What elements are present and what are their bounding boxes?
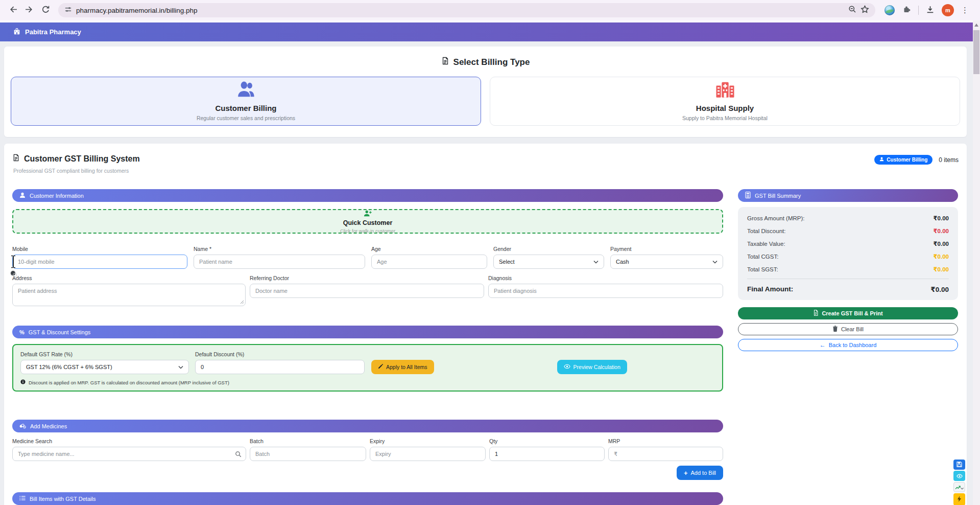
pills-icon	[19, 423, 26, 430]
float-save-button[interactable]	[953, 460, 965, 470]
total-sgst-value: ₹0.00	[934, 266, 949, 273]
document-icon	[441, 57, 449, 67]
person-icon	[19, 192, 26, 199]
gst-rate-select[interactable]: GST 12% (6% CGST + 6% SGST)	[20, 360, 189, 374]
scrollbar-up-arrow[interactable]	[974, 24, 978, 27]
person-plus-icon	[364, 210, 372, 219]
create-gst-bill-button[interactable]: Create GST Bill & Print	[738, 307, 958, 319]
gross-amount-label: Gross Amount (MRP):	[747, 215, 804, 221]
mrp-label: MRP	[608, 438, 723, 444]
downloads-icon[interactable]	[926, 5, 935, 16]
idm-extension-icon[interactable]	[885, 5, 895, 15]
default-discount-input[interactable]	[195, 360, 365, 374]
chevron-down-icon	[961, 484, 964, 491]
clear-bill-button[interactable]: Clear Bill	[738, 323, 958, 335]
total-cgst-value: ₹0.00	[934, 253, 949, 260]
expiry-label: Expiry	[370, 438, 486, 444]
address-bar[interactable]: pharmacy.pabitramemorial.in/billing.php	[58, 3, 875, 17]
screen: pharmacy.pabitramemorial.in/billing.php …	[0, 0, 980, 505]
bookmark-star-icon[interactable]	[861, 5, 869, 16]
badge-label: Customer Billing	[887, 157, 927, 163]
hospital-supply-card[interactable]: Hospital Supply Supply to Pabitra Memori…	[490, 77, 960, 126]
items-count: 0 items	[939, 156, 959, 164]
create-gst-bill-label: Create GST Bill & Print	[822, 310, 882, 316]
floppy-icon	[957, 461, 962, 469]
zoom-icon[interactable]	[848, 5, 856, 15]
medicine-search-label: Medicine Search	[12, 438, 246, 444]
chevron-down-icon	[593, 259, 599, 265]
quick-customer-button[interactable]: Quick Customer Click for walk-in custome…	[12, 209, 723, 234]
batch-input[interactable]	[250, 447, 366, 461]
referring-doctor-label: Referring Doctor	[250, 275, 484, 281]
address-textarea[interactable]	[12, 284, 246, 306]
quick-customer-subtitle: Click for walk-in customer	[340, 228, 395, 234]
preview-calculation-button[interactable]: Preview Calculation	[557, 360, 627, 374]
extensions-icon[interactable]	[902, 5, 911, 16]
gender-value: Select	[499, 259, 515, 265]
forward-button[interactable]	[21, 3, 37, 18]
plus-icon: +	[684, 469, 688, 477]
gender-select[interactable]: Select	[493, 255, 604, 269]
float-export-button[interactable]	[953, 482, 965, 492]
summary-divider	[747, 279, 949, 279]
taxable-value-label: Taxable Value:	[747, 241, 785, 247]
eye-icon	[957, 472, 963, 480]
diagnosis-input[interactable]	[488, 284, 723, 298]
customer-billing-card[interactable]: Customer Billing Regular customer sales …	[11, 77, 481, 126]
float-alert-button[interactable]	[953, 493, 965, 505]
preview-calculation-label: Preview Calculation	[573, 364, 620, 370]
float-preview-button[interactable]	[953, 471, 965, 481]
name-input[interactable]	[194, 255, 365, 269]
default-discount-label: Default Discount (%)	[195, 351, 365, 357]
name-label: Name *	[194, 246, 365, 252]
pencil-icon	[378, 364, 383, 370]
back-to-dashboard-button[interactable]: ← Back to Dashboard	[738, 339, 958, 351]
summary-row: Taxable Value: ₹0.00	[747, 240, 949, 247]
add-to-bill-button[interactable]: + Add to Bill	[677, 466, 723, 480]
cursor-indicator-icon	[10, 270, 16, 277]
add-to-bill-label: Add to Bill	[690, 470, 716, 476]
back-button[interactable]	[5, 3, 20, 18]
expiry-input[interactable]	[370, 447, 486, 461]
summary-row: Total CGST: ₹0.00	[747, 253, 949, 260]
age-input[interactable]	[371, 255, 487, 269]
page-scrollbar[interactable]	[973, 20, 980, 505]
payment-select[interactable]: Cash	[610, 255, 723, 269]
mobile-input[interactable]	[12, 255, 187, 269]
customer-form-row-2: Address Referring Doctor Diagnosis	[12, 275, 723, 308]
billing-system-header: Customer GST Billing System Professional…	[12, 154, 959, 174]
back-to-dashboard-label: Back to Dashboard	[829, 342, 877, 348]
gst-settings-box: Default GST Rate (%) GST 12% (6% CGST + …	[12, 344, 723, 392]
add-medicines-row: Medicine Search Batch Expiry	[12, 438, 723, 461]
gst-bill-summary-header: GST Bill Summary	[738, 189, 958, 202]
search-icon	[235, 450, 242, 460]
gst-settings-title: GST & Discount Settings	[29, 329, 90, 335]
final-amount-row: Final Amount: ₹0.00	[747, 285, 949, 293]
people-icon	[236, 81, 256, 100]
back-icon	[9, 5, 17, 15]
toolbar-divider	[918, 6, 919, 15]
scrollbar-thumb[interactable]	[973, 30, 979, 74]
summary-row: Gross Amount (MRP): ₹0.00	[747, 215, 949, 222]
menu-kebab-icon[interactable]: ⋮	[961, 6, 969, 15]
payment-label: Payment	[610, 246, 723, 252]
qty-input[interactable]	[489, 447, 605, 461]
referring-doctor-input[interactable]	[250, 284, 484, 298]
chart-up-icon	[955, 484, 961, 491]
profile-avatar[interactable]: m	[942, 4, 954, 16]
quick-customer-title: Quick Customer	[343, 219, 393, 226]
apply-to-all-label: Apply to All Items	[386, 364, 427, 370]
bill-items-title: Bill Items with GST Details	[30, 496, 95, 502]
hospital-icon	[715, 81, 735, 100]
apply-to-all-button[interactable]: Apply to All Items	[371, 360, 434, 374]
site-info-icon[interactable]	[64, 6, 72, 15]
mrp-input[interactable]	[608, 447, 723, 461]
forward-icon	[25, 5, 34, 15]
medicine-search-input[interactable]	[12, 447, 246, 461]
reload-button[interactable]	[38, 3, 53, 18]
mobile-label: Mobile	[12, 246, 187, 252]
resize-handle-icon[interactable]	[240, 297, 244, 306]
gst-bill-summary-title: GST Bill Summary	[755, 193, 801, 199]
billing-system-panel: Customer GST Billing System Professional…	[4, 144, 967, 505]
brand-title: Pabitra Pharmacy	[25, 28, 81, 36]
